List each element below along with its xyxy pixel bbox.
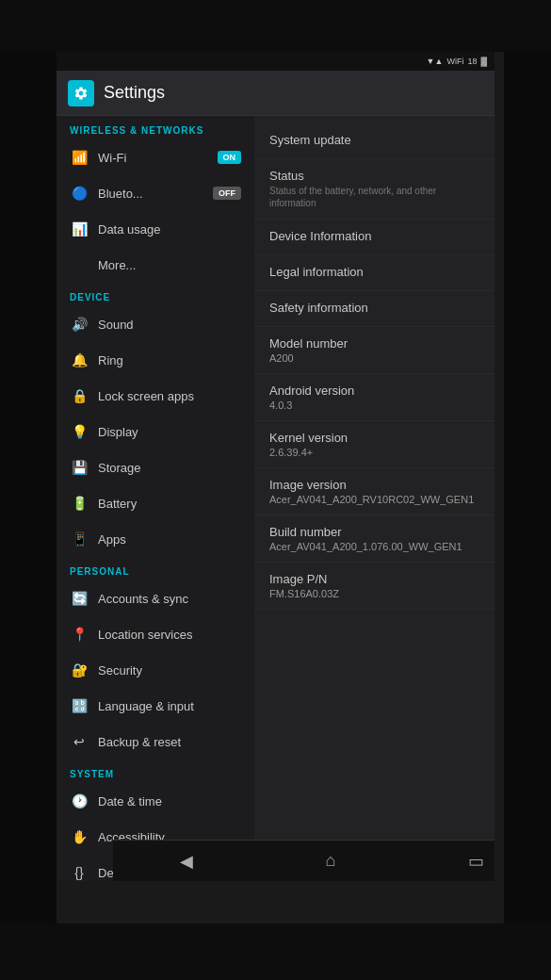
sidebar-item-lock-screen-apps[interactable]: 🔒Lock screen apps — [57, 378, 254, 414]
status-subtitle: Status of the battery, network, and othe… — [269, 185, 479, 209]
build-number-value: Acer_AV041_A200_1.076.00_WW_GEN1 — [269, 541, 479, 552]
nav-bar: ◀ ⌂ ▭ — [113, 840, 494, 881]
data-usage-icon: 📊 — [70, 220, 89, 238]
battery-icon: 🔋 — [70, 494, 89, 513]
accounts-sync-label: Accounts & sync — [98, 592, 188, 606]
image-pn-title: Image P/N — [269, 572, 479, 586]
lock-screen-apps-label: Lock screen apps — [98, 389, 194, 403]
storage-label: Storage — [98, 461, 141, 475]
sidebar-item-ring[interactable]: 🔔Ring — [57, 342, 254, 378]
system-update-title: System update — [269, 133, 479, 147]
wifi-status-icon: WiFi — [446, 57, 463, 66]
sidebar-item-apps[interactable]: 📱Apps — [57, 521, 254, 557]
sound-label: Sound — [98, 318, 134, 332]
sidebar-item-bluetooth[interactable]: 🔵Blueto...OFF — [57, 175, 254, 211]
sidebar-item-accounts-sync[interactable]: 🔄Accounts & sync — [57, 580, 254, 616]
recents-button[interactable]: ▭ — [468, 851, 484, 872]
backup-reset-label: Backup & reset — [98, 735, 181, 749]
bluetooth-label: Blueto... — [98, 187, 143, 201]
device-frame: ▼▲ WiFi 18 ▓ Settings WIRELESS & NETWORK… — [0, 0, 551, 980]
apps-label: Apps — [98, 532, 126, 547]
location-services-label: Location services — [98, 628, 192, 642]
home-button[interactable]: ⌂ — [326, 851, 336, 871]
time-display: 18 — [467, 57, 477, 66]
safety-information-title: Safety information — [269, 301, 479, 315]
right-item-model-number: Model numberA200 — [254, 327, 494, 374]
settings-icon — [68, 80, 94, 106]
sidebar-item-location-services[interactable]: 📍Location services — [57, 616, 254, 652]
accessibility-icon: ✋ — [70, 827, 89, 846]
image-pn-value: FM.S16A0.03Z — [269, 588, 479, 599]
bottom-bezel — [0, 923, 551, 980]
status-bar: ▼▲ WiFi 18 ▓ — [57, 52, 494, 71]
sidebar-item-backup-reset[interactable]: ↩Backup & reset — [57, 724, 254, 760]
data-usage-label: Data usage — [98, 222, 161, 237]
right-item-kernel-version: Kernel version2.6.39.4+ — [254, 421, 494, 468]
sidebar-item-language-input[interactable]: 🔡Language & input — [57, 688, 254, 724]
image-version-value: Acer_AV041_A200_RV10RC02_WW_GEN1 — [269, 494, 479, 505]
sidebar-item-storage[interactable]: 💾Storage — [57, 449, 254, 485]
more-label: More... — [98, 258, 136, 272]
backup-reset-icon: ↩ — [70, 732, 89, 751]
sound-icon: 🔊 — [70, 315, 89, 334]
signal-icon: ▼▲ — [427, 57, 444, 66]
apps-icon: 📱 — [70, 530, 89, 548]
sidebar-item-data-usage[interactable]: 📊Data usage — [57, 211, 254, 247]
storage-icon: 💾 — [70, 458, 89, 477]
right-item-legal-information[interactable]: Legal information — [254, 255, 494, 291]
right-item-safety-information[interactable]: Safety information — [254, 291, 494, 327]
right-item-device-information[interactable]: Device Information — [254, 220, 494, 255]
right-item-status[interactable]: StatusStatus of the battery, network, an… — [254, 159, 494, 220]
display-icon: 💡 — [70, 422, 89, 441]
more-icon — [70, 255, 89, 274]
app-header: Settings — [57, 71, 494, 116]
wifi-label: Wi-Fi — [98, 151, 126, 165]
back-button[interactable]: ◀ — [180, 851, 193, 872]
android-version-value: 4.0.3 — [269, 400, 479, 411]
header-title: Settings — [104, 83, 165, 103]
ring-icon: 🔔 — [70, 351, 89, 369]
section-header-personal: PERSONAL — [57, 557, 254, 580]
legal-information-title: Legal information — [269, 265, 479, 279]
android-version-title: Android version — [269, 384, 479, 398]
content-area: WIRELESS & NETWORKS📶Wi-FiON🔵Blueto...OFF… — [57, 116, 494, 881]
language-input-label: Language & input — [98, 699, 194, 713]
right-item-android-version: Android version4.0.3 — [254, 374, 494, 421]
sidebar-item-sound[interactable]: 🔊Sound — [57, 306, 254, 342]
status-icons: ▼▲ WiFi 18 ▓ — [427, 57, 487, 66]
date-time-icon: 🕐 — [70, 792, 89, 810]
right-panel: System updateStatusStatus of the battery… — [254, 116, 494, 881]
language-input-icon: 🔡 — [70, 696, 89, 715]
left-bezel — [0, 0, 57, 980]
bluetooth-toggle[interactable]: OFF — [213, 187, 241, 200]
date-time-label: Date & time — [98, 794, 162, 808]
location-services-icon: 📍 — [70, 625, 89, 644]
section-header-wireless--networks: WIRELESS & NETWORKS — [57, 116, 254, 139]
model-number-value: A200 — [269, 352, 479, 364]
top-bezel — [0, 0, 551, 52]
right-item-system-update[interactable]: System update — [254, 123, 494, 159]
sidebar-item-battery[interactable]: 🔋Battery — [57, 485, 254, 521]
battery-status-icon: ▓ — [480, 57, 487, 66]
status-title: Status — [269, 169, 479, 183]
bluetooth-icon: 🔵 — [70, 184, 89, 203]
device-information-title: Device Information — [269, 229, 479, 243]
sidebar-item-wifi[interactable]: 📶Wi-FiON — [57, 139, 254, 175]
right-item-image-version: Image versionAcer_AV041_A200_RV10RC02_WW… — [254, 468, 494, 515]
sidebar-item-security[interactable]: 🔐Security — [57, 652, 254, 688]
sidebar-item-date-time[interactable]: 🕐Date & time — [57, 783, 254, 819]
right-item-image-pn: Image P/NFM.S16A0.03Z — [254, 563, 494, 610]
lock-screen-apps-icon: 🔒 — [70, 386, 89, 405]
security-label: Security — [98, 663, 142, 678]
sidebar: WIRELESS & NETWORKS📶Wi-FiON🔵Blueto...OFF… — [57, 116, 254, 881]
wifi-icon: 📶 — [70, 148, 89, 167]
display-label: Display — [98, 425, 138, 439]
accounts-sync-icon: 🔄 — [70, 589, 89, 608]
security-icon: 🔐 — [70, 661, 89, 679]
sidebar-item-more[interactable]: More... — [57, 247, 254, 283]
kernel-version-title: Kernel version — [269, 431, 479, 445]
screen: Settings WIRELESS & NETWORKS📶Wi-FiON🔵Blu… — [57, 71, 494, 881]
sidebar-item-display[interactable]: 💡Display — [57, 414, 254, 449]
wifi-toggle[interactable]: ON — [218, 151, 242, 164]
image-version-title: Image version — [269, 478, 479, 492]
